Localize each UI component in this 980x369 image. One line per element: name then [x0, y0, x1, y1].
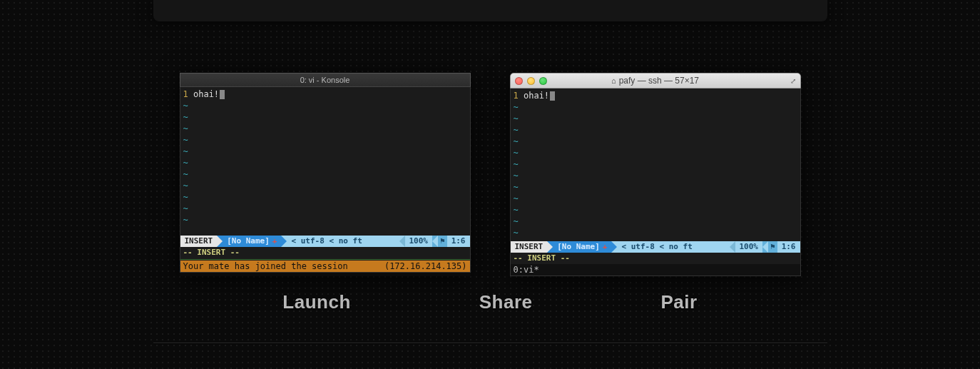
- editor-content: 1 ohai! ~~~~~~~~~~~: [180, 87, 470, 227]
- position-segment: 1:6: [447, 236, 470, 247]
- notice-text: Your mate has joined the session: [183, 261, 348, 272]
- empty-line-tilde: ~: [514, 124, 797, 136]
- vim-mode-message: -- INSERT --: [180, 247, 470, 258]
- empty-line-tilde: ~: [183, 134, 467, 146]
- empty-line-tilde: ~: [183, 146, 467, 157]
- separator-icon: [611, 241, 617, 253]
- separator-icon: [547, 241, 553, 253]
- empty-line-tilde: ~: [514, 147, 797, 158]
- separator-icon: [217, 236, 223, 247]
- label-share: Share: [479, 291, 533, 313]
- cursor-icon: [550, 91, 555, 101]
- tmux-status: 0:vi*: [511, 264, 800, 276]
- percent-segment: 100%: [405, 236, 433, 247]
- notice-ip: (172.16.214.135): [384, 261, 467, 272]
- separator-icon: [730, 241, 735, 253]
- screenshots-row: 0: vi - Konsole 1 ohai! ~~~~~~~~~~~ INSE…: [0, 73, 980, 276]
- mode-segment: INSERT: [511, 241, 548, 253]
- empty-line-tilde: ~: [514, 216, 797, 227]
- percent-segment: 100%: [735, 241, 763, 253]
- home-icon: ⌂: [611, 76, 616, 85]
- empty-line-tilde: ~: [183, 157, 467, 168]
- step-labels: Launch Share Pair: [0, 291, 980, 313]
- window-title: 0: vi - Konsole: [300, 76, 350, 84]
- separator-icon: [281, 236, 287, 247]
- position-segment: 1:6: [777, 241, 800, 253]
- empty-line-tilde: ~: [514, 136, 797, 147]
- terminal-body-linux[interactable]: 1 ohai! ~~~~~~~~~~~ INSERT [No Name]+ < …: [180, 87, 471, 273]
- empty-line-tilde: ~: [183, 214, 467, 226]
- vim-statusline: INSERT [No Name]+ < utf-8 < no ft 100% ⚑…: [180, 236, 470, 247]
- filename-segment: [No Name]+: [223, 236, 281, 247]
- empty-line-tilde: ~: [514, 113, 797, 124]
- terminal-body-mac[interactable]: 1 ohai! ~~~~~~~~~~~~~ INSERT [No Name]+ …: [510, 89, 801, 276]
- editor-line: 1 ohai!: [514, 90, 797, 101]
- editor-content: 1 ohai! ~~~~~~~~~~~~~: [511, 89, 800, 251]
- empty-line-tilde: ~: [514, 170, 797, 181]
- line-text: ohai!: [519, 91, 549, 101]
- empty-line-tilde: ~: [183, 180, 467, 191]
- top-panel-shadow: [153, 0, 827, 21]
- empty-line-tilde: ~: [183, 168, 467, 180]
- window-title: ⌂ pafy — ssh — 57×17: [511, 76, 800, 86]
- label-launch: Launch: [282, 291, 350, 313]
- separator-icon: [432, 236, 438, 247]
- session-notice: Your mate has joined the session (172.16…: [180, 261, 470, 272]
- label-pair: Pair: [661, 291, 698, 313]
- line-number: 1: [183, 89, 188, 99]
- empty-line-tilde: ~: [514, 181, 797, 193]
- fileinfo-segment: < utf-8 < no ft: [287, 236, 399, 247]
- flag-icon: ⚑: [768, 241, 777, 253]
- titlebar-mac[interactable]: ⌂ pafy — ssh — 57×17 ⤢: [510, 73, 801, 89]
- empty-line-tilde: ~: [183, 111, 467, 123]
- editor-line: 1 ohai!: [183, 89, 467, 100]
- vim-statusline: INSERT [No Name]+ < utf-8 < no ft 100% ⚑…: [511, 241, 800, 253]
- empty-line-tilde: ~: [514, 101, 797, 113]
- line-text: ohai!: [188, 89, 219, 99]
- terminal-window-mac: ⌂ pafy — ssh — 57×17 ⤢ 1 ohai! ~~~~~~~~~…: [510, 73, 801, 276]
- titlebar-linux[interactable]: 0: vi - Konsole: [180, 73, 471, 87]
- empty-line-tilde: ~: [183, 191, 467, 203]
- line-number: 1: [514, 91, 519, 101]
- divider: [180, 259, 470, 260]
- separator-icon: [399, 236, 405, 247]
- filename-segment: [No Name]+: [553, 241, 611, 253]
- empty-line-tilde: ~: [183, 123, 467, 134]
- empty-line-tilde: ~: [183, 203, 467, 214]
- empty-line-tilde: ~: [183, 100, 467, 111]
- empty-line-tilde: ~: [514, 227, 797, 238]
- flag-icon: ⚑: [438, 236, 447, 247]
- empty-line-tilde: ~: [514, 204, 797, 216]
- terminal-window-linux: 0: vi - Konsole 1 ohai! ~~~~~~~~~~~ INSE…: [180, 73, 471, 276]
- fileinfo-segment: < utf-8 < no ft: [617, 241, 729, 253]
- empty-line-tilde: ~: [514, 158, 797, 170]
- mode-segment: INSERT: [180, 236, 218, 247]
- empty-line-tilde: ~: [514, 193, 797, 204]
- separator-icon: [762, 241, 768, 253]
- cursor-icon: [220, 90, 225, 99]
- section-divider: [153, 343, 827, 343]
- vim-mode-message: -- INSERT --: [511, 253, 800, 264]
